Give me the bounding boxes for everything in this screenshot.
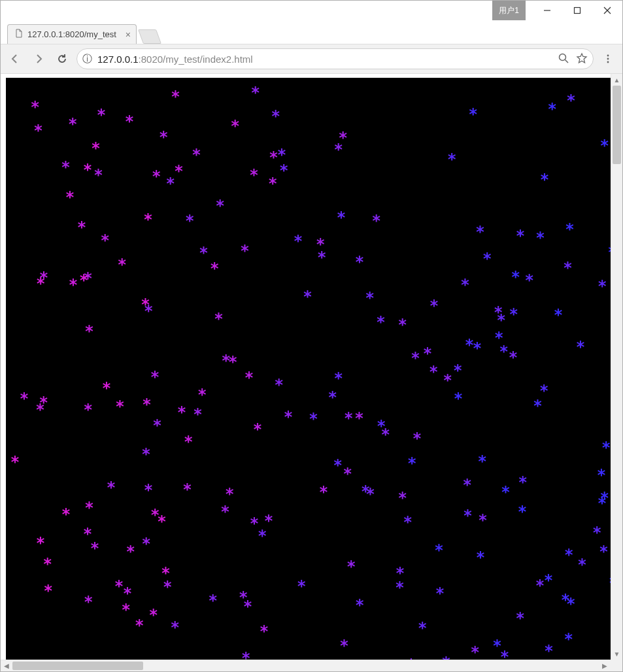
star-glyph: *	[447, 152, 456, 167]
star-glyph: *	[269, 150, 278, 165]
star-glyph: *	[122, 602, 131, 618]
star-glyph: *	[115, 399, 124, 414]
star-glyph: *	[398, 490, 407, 506]
star-glyph: *	[102, 380, 111, 396]
star-glyph: *	[36, 535, 45, 551]
reload-button[interactable]	[53, 50, 71, 68]
star-glyph: *	[463, 477, 472, 493]
star-glyph: *	[423, 346, 432, 361]
star-glyph: *	[565, 222, 574, 237]
star-glyph: *	[598, 278, 607, 294]
star-glyph: *	[185, 213, 194, 229]
site-info-button[interactable]: ⓘ	[82, 53, 92, 65]
star-glyph: *	[197, 387, 207, 403]
star-glyph: *	[463, 508, 472, 524]
star-glyph: *	[533, 398, 542, 414]
star-glyph: *	[68, 116, 77, 132]
horizontal-scroll-thumb[interactable]	[12, 662, 143, 670]
star-glyph: *	[397, 317, 407, 333]
star-glyph: *	[597, 467, 606, 483]
star-glyph: *	[61, 507, 71, 522]
star-glyph: *	[209, 593, 218, 609]
star-glyph: *	[141, 446, 150, 462]
scroll-down-arrow[interactable]: ▼	[611, 648, 622, 660]
star-glyph: *	[10, 454, 20, 470]
star-glyph: *	[524, 273, 533, 288]
bookmark-button[interactable]	[576, 52, 588, 66]
star-glyph: *	[598, 496, 607, 511]
address-bar[interactable]: ⓘ 127.0.0.1:8020/my_test/index2.html	[76, 48, 594, 69]
star-glyph: *	[61, 160, 70, 175]
star-glyph: *	[365, 290, 374, 306]
star-glyph: *	[501, 484, 510, 500]
star-glyph: *	[150, 369, 160, 385]
star-glyph: *	[143, 212, 152, 227]
star-glyph: *	[123, 586, 132, 601]
star-glyph: *	[216, 198, 225, 214]
star-glyph: *	[274, 377, 283, 393]
url-port: :8020	[139, 54, 163, 65]
star-glyph: *	[518, 504, 527, 520]
vertical-scrollbar[interactable]: ▲ ▼	[611, 74, 622, 660]
new-tab-button[interactable]	[138, 29, 161, 44]
tab-strip: 127.0.0.1:8020/my_test ×	[1, 20, 622, 44]
star-glyph: *	[319, 484, 328, 500]
close-window-button[interactable]	[592, 1, 622, 20]
star-glyph: *	[509, 350, 518, 365]
maximize-button[interactable]	[562, 1, 592, 20]
tab-title: 127.0.0.1:8020/my_test	[27, 29, 116, 39]
star-glyph: *	[516, 228, 525, 244]
browser-window: 用户1 127.0.0.1:8020/my_test ×	[0, 0, 623, 672]
minimize-button[interactable]	[532, 1, 562, 20]
star-glyph: *	[429, 364, 438, 380]
svg-point-4	[560, 54, 566, 60]
star-glyph: *	[117, 257, 126, 273]
star-glyph: *	[566, 93, 575, 109]
menu-button[interactable]	[599, 50, 617, 68]
horizontal-scrollbar[interactable]: ◀ ▶	[1, 660, 611, 671]
star-glyph: *	[443, 373, 452, 388]
star-glyph: *	[554, 307, 563, 323]
star-glyph: *	[478, 512, 487, 528]
browser-tab[interactable]: 127.0.0.1:8020/my_test ×	[7, 24, 137, 44]
star-glyph: *	[210, 261, 219, 277]
star-glyph: *	[475, 224, 484, 240]
star-glyph: *	[333, 458, 342, 473]
star-glyph: *	[126, 544, 135, 560]
scroll-left-arrow[interactable]: ◀	[1, 660, 12, 671]
star-glyph: *	[403, 514, 413, 530]
info-icon: ⓘ	[82, 53, 92, 65]
url-text: 127.0.0.1:8020/my_test/index2.html	[97, 54, 552, 65]
star-glyph: *	[221, 353, 230, 369]
star-glyph: *	[199, 245, 208, 261]
scroll-right-arrow[interactable]: ▶	[599, 660, 611, 671]
star-glyph: *	[561, 592, 570, 608]
omnibox-actions	[558, 52, 588, 66]
back-button[interactable]	[6, 50, 24, 68]
magnifier-icon	[558, 52, 569, 64]
star-glyph: *	[563, 260, 572, 276]
star-glyph: *	[279, 163, 288, 178]
vertical-scroll-thumb[interactable]	[613, 86, 621, 164]
star-glyph: *	[149, 607, 158, 623]
star-glyph: *	[576, 339, 585, 355]
star-glyph: *	[355, 254, 364, 270]
page-viewport: ****************************************…	[1, 74, 622, 671]
star-glyph: *	[84, 324, 93, 339]
scroll-up-arrow[interactable]: ▲	[611, 74, 622, 86]
forward-button[interactable]	[29, 50, 48, 68]
zoom-button[interactable]	[558, 52, 569, 66]
star-glyph: *	[535, 230, 545, 246]
star-glyph: *	[30, 99, 39, 115]
star-glyph: *	[396, 565, 405, 581]
star-glyph: *	[84, 594, 93, 610]
star-glyph: *	[460, 277, 469, 293]
profile-badge[interactable]: 用户1	[492, 1, 526, 20]
star-glyph: *	[107, 480, 116, 496]
star-glyph: *	[435, 586, 445, 601]
tab-close-button[interactable]: ×	[126, 30, 131, 39]
star-glyph: *	[43, 583, 52, 599]
star-glyph: *	[174, 163, 183, 179]
svg-point-6	[607, 55, 609, 57]
star-glyph: *	[334, 371, 343, 386]
